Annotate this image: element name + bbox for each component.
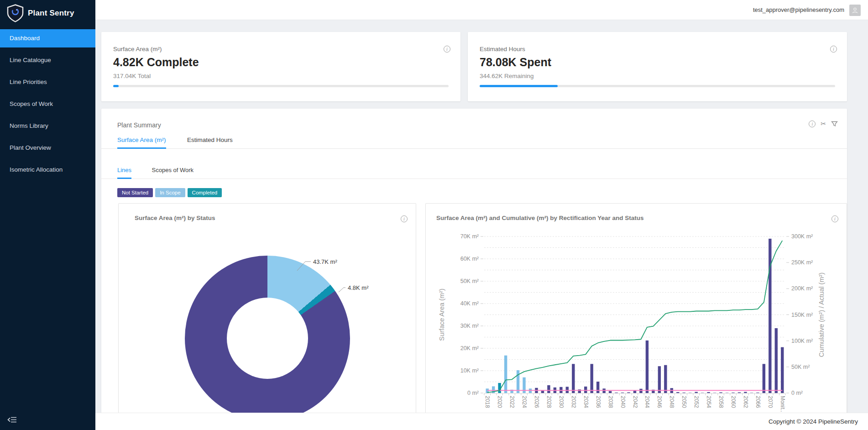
scissors-icon[interactable]: ✂ [821, 121, 826, 127]
svg-text:2038: 2038 [607, 396, 614, 408]
svg-text:50K m²: 50K m² [791, 364, 810, 370]
progress-bar [480, 85, 835, 87]
donut-chart-panel: Surface Area (m²) by Status i 43.7K m² 4… [118, 203, 416, 430]
sidebar-item-plant-overview[interactable]: Plant Overview [0, 139, 95, 157]
svg-text:2042: 2042 [632, 396, 638, 408]
combo-chart[interactable]: 0 m²10K m²20K m²30K m²40K m²50K m²60K m²… [426, 204, 847, 430]
app-screen: test_approver@pipelinesentry.com Plant S… [0, 0, 868, 430]
svg-text:2022: 2022 [509, 396, 515, 408]
svg-text:2036: 2036 [595, 396, 601, 408]
svg-text:50K m²: 50K m² [460, 278, 479, 284]
progress-bar [113, 85, 449, 87]
svg-text:4.8K m²: 4.8K m² [348, 284, 369, 291]
svg-text:2052: 2052 [693, 396, 700, 408]
entity-tabbar: Lines Scopes of Work [101, 163, 847, 179]
svg-text:2026: 2026 [533, 396, 540, 408]
subtab-scopes-of-work[interactable]: Scopes of Work [152, 163, 194, 179]
svg-text:2044: 2044 [644, 396, 650, 408]
brand: Plant Sentry [0, 0, 95, 26]
svg-text:2062: 2062 [743, 396, 749, 408]
kpi-title: Estimated Hours [480, 46, 525, 52]
svg-text:300K m²: 300K m² [791, 233, 813, 240]
svg-text:200K m²: 200K m² [791, 285, 813, 292]
donut-hole [227, 298, 308, 379]
kpi-subtitle: 344.62K Remaining [480, 73, 534, 79]
svg-text:2054: 2054 [706, 396, 712, 408]
svg-text:100K m²: 100K m² [791, 338, 813, 344]
svg-text:2028: 2028 [546, 396, 552, 408]
measure-tabbar: Surface Area (m²) Estimated Hours [101, 132, 847, 149]
tab-estimated-hours[interactable]: Estimated Hours [187, 132, 233, 149]
user-avatar[interactable] [849, 5, 861, 16]
svg-text:2034: 2034 [583, 396, 589, 408]
shield-logo-icon [7, 4, 24, 22]
svg-text:0 m²: 0 m² [467, 390, 479, 396]
sidebar-item-norms-library[interactable]: Norms Library [0, 117, 95, 135]
svg-text:2018: 2018 [484, 396, 491, 408]
kpi-title: Surface Area (m²) [113, 46, 162, 52]
info-icon[interactable]: i [401, 215, 408, 222]
app-title: Plant Sentry [28, 9, 74, 18]
kpi-value: 78.08K Spent [480, 56, 551, 69]
footer: Copyright © 2024 PipelineSentry [95, 413, 868, 430]
donut-chart[interactable] [185, 256, 350, 421]
kpi-card-estimated-hours: Estimated Hours i 78.08K Spent 344.62K R… [468, 32, 847, 101]
section-title: Plant Summary [117, 121, 161, 129]
chart-title: Surface Area (m²) by Status [135, 215, 215, 221]
svg-text:10K m²: 10K m² [460, 367, 479, 374]
sidebar-nav: DashboardLine CatalogueLine PrioritiesSc… [0, 29, 95, 183]
svg-text:2030: 2030 [558, 396, 565, 408]
sidebar-item-scopes-of-work[interactable]: Scopes of Work [0, 95, 95, 113]
svg-text:2040: 2040 [620, 396, 626, 408]
svg-text:2024: 2024 [521, 396, 528, 408]
progress-fill [113, 85, 119, 87]
tab-surface-area[interactable]: Surface Area (m²) [117, 132, 166, 149]
legend-chip-completed[interactable]: Completed [188, 188, 222, 197]
user-email: test_approver@pipelinesentry.com [753, 0, 844, 20]
svg-text:2066: 2066 [755, 396, 761, 408]
svg-text:0 m²: 0 m² [791, 390, 803, 396]
person-icon [852, 7, 858, 14]
svg-text:2032: 2032 [570, 396, 577, 408]
plant-summary-card: Plant Summary i ✂ Surface Area (m²) Esti… [101, 109, 847, 430]
svg-text:Cumulative (m²) / Actual (m²): Cumulative (m²) / Actual (m²) [818, 273, 825, 357]
status-legend: Not StartedIn ScopeCompleted [117, 188, 222, 197]
sidebar: Plant Sentry DashboardLine CatalogueLine… [0, 0, 95, 430]
svg-text:2020: 2020 [497, 396, 503, 408]
svg-text:60K m²: 60K m² [460, 256, 479, 262]
copyright-text: Copyright © 2024 PipelineSentry [769, 413, 858, 430]
svg-text:250K m²: 250K m² [791, 259, 813, 266]
svg-text:Surface Area (m²): Surface Area (m²) [438, 288, 445, 341]
sidebar-item-dashboard[interactable]: Dashboard [0, 29, 95, 47]
collapse-sidebar-icon[interactable] [7, 415, 17, 425]
legend-chip-not-started[interactable]: Not Started [117, 188, 153, 197]
kpi-card-surface-area: Surface Area (m²) i 4.82K Complete 317.0… [101, 32, 460, 101]
svg-text:2048: 2048 [669, 396, 675, 408]
sidebar-item-isometric-allocation[interactable]: Isometric Allocation [0, 161, 95, 179]
svg-text:2046: 2046 [656, 396, 663, 408]
svg-text:Monit...: Monit... [779, 396, 786, 414]
progress-fill [480, 85, 558, 87]
info-icon[interactable]: i [809, 121, 816, 127]
kpi-subtitle: 317.04K Total [113, 73, 151, 79]
svg-text:20K m²: 20K m² [460, 345, 479, 351]
info-icon[interactable]: i [444, 46, 450, 52]
svg-text:2050: 2050 [681, 396, 687, 408]
sidebar-item-line-priorities[interactable]: Line Priorities [0, 73, 95, 91]
svg-text:150K m²: 150K m² [791, 312, 813, 318]
topbar: test_approver@pipelinesentry.com [95, 0, 868, 20]
svg-text:40K m²: 40K m² [460, 300, 479, 307]
svg-text:2060: 2060 [730, 396, 737, 408]
info-icon[interactable]: i [830, 46, 837, 52]
sidebar-item-line-catalogue[interactable]: Line Catalogue [0, 51, 95, 69]
subtab-lines[interactable]: Lines [117, 163, 131, 179]
kpi-value: 4.82K Complete [113, 56, 199, 69]
svg-text:2058: 2058 [718, 396, 724, 408]
combo-chart-panel: Surface Area (m²) and Cumulative (m²) by… [425, 203, 847, 430]
svg-text:70K m²: 70K m² [460, 233, 479, 240]
svg-text:2070: 2070 [767, 396, 774, 408]
summary-toolbar: i ✂ [809, 121, 838, 127]
filter-icon[interactable] [831, 121, 838, 127]
legend-chip-in-scope[interactable]: In Scope [155, 188, 185, 197]
svg-text:43.7K m²: 43.7K m² [313, 258, 337, 265]
